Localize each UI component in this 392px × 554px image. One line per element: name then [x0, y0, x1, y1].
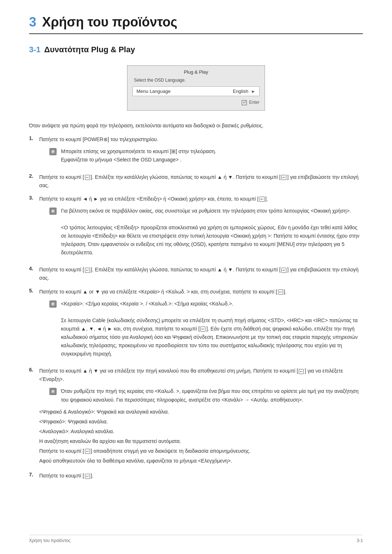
intro-text: Όταν ανάψετε για πρώτη φορά την τηλεόρασ… [29, 122, 363, 130]
btn-icon-5: ↩ [278, 290, 283, 295]
osd-menu-label: Menu Language [136, 89, 233, 94]
step-6-note-text: Όταν ρυθμίζετε την πηγή της κεραίας στο … [61, 387, 363, 404]
step-5-content: Πατήστε το κουμπί ▲ or ▼ για να επιλέξετ… [39, 288, 363, 362]
btn-icon-3: ↩ [260, 197, 265, 202]
step-3-content: Πατήστε το κουμπί ◄ ή ► για να επιλέξετε… [39, 195, 363, 261]
step-7-content: Πατήστε το κουμπί [↩]. [39, 472, 363, 480]
step-5-text: Πατήστε το κουμπί ▲ or ▼ για να επιλέξετ… [39, 289, 286, 295]
osd-footer: ⏎ Enter [132, 100, 260, 105]
step-4: 4. Πατήστε το κουμπί [↩]. Επιλέξτε την κ… [29, 266, 363, 282]
steps-list: 1. Πατήστε το κουμπί [POWER⊛] του τηλεχε… [29, 135, 363, 480]
note-icon-5 [49, 300, 57, 308]
sub-item-3: <Αναλογικό>: Αναλογικά κανάλια. [39, 427, 363, 436]
step-1-content: Πατήστε το κουμπί [POWER⊛] του τηλεχειρι… [39, 135, 363, 168]
btn-icon-2: ↩ [281, 175, 286, 180]
step-7-text: Πατήστε το κουμπί [↩]. [39, 473, 94, 479]
footer-right: 3-1 [357, 538, 363, 543]
step-1: 1. Πατήστε το κουμπί [POWER⊛] του τηλεχε… [29, 135, 363, 168]
step-5-note: <Κεραία>: <Σήμα κεραίας <Κεραία >. / <Κα… [49, 300, 363, 358]
page-header: 3Χρήση του προϊόντος [29, 15, 363, 34]
btn-icon-6: ↩ [299, 369, 304, 374]
btn-icon: ↩ [85, 175, 90, 180]
step-3-number: 3. [29, 195, 39, 261]
step-6-note: Όταν ρυθμίζετε την πηγή της κεραίας στο … [49, 387, 363, 404]
osd-dialog-title: Plug & Play [132, 69, 260, 75]
step-5: 5. Πατήστε το κουμπί ▲ or ▼ για να επιλέ… [29, 288, 363, 362]
sub-item-1: <Ψηφιακό & Αναλογικό>: Ψηφιακά και αναλο… [39, 408, 363, 416]
btn-icon-7: ↩ [85, 474, 90, 479]
step-2-number: 2. [29, 173, 39, 190]
footer-left: Χρήση του προϊόντος [29, 538, 70, 543]
step-6-text: Πατήστε το κουμπί ▲ ή ▼ για να επιλέξετε… [39, 368, 343, 382]
osd-select-label: Select the OSD Language. [132, 78, 260, 83]
chapter-number: 3 [29, 15, 36, 29]
osd-menu-value: English [233, 89, 248, 94]
osd-arrow-icon: ► [251, 89, 256, 94]
osd-menu-row: Menu Language English ► [132, 86, 260, 96]
note-icon [49, 148, 57, 155]
step-6-sub-list: <Ψηφιακό & Αναλογικό>: Ψηφιακά και αναλο… [39, 408, 363, 465]
step-6-number: 6. [29, 367, 39, 467]
section-number: 3-1 [29, 45, 41, 54]
step-4-content: Πατήστε το κουμπί [↩]. Επιλέξτε την κατά… [39, 266, 363, 282]
enter-icon: ⏎ [242, 100, 247, 105]
sub-item-6: Αφού αποθηκευτούν όλα τα διαθέσιμα κανάλ… [39, 457, 363, 465]
step-3-note: Για βέλτιστη εικόνα σε περιβάλλον οικίας… [49, 207, 363, 257]
osd-dialog: Plug & Play Select the OSD Language. Men… [127, 65, 265, 111]
step-7-number: 7. [29, 472, 39, 480]
btn-icon-4: ↩ [85, 268, 90, 273]
sub-item-4: Η αναζήτηση καναλιών θα αρχίσει και θα τ… [39, 437, 363, 446]
step-2-text: Πατήστε το κουμπί [↩]. Επιλέξτε την κατά… [39, 174, 359, 188]
osd-enter-label: Enter [249, 100, 260, 105]
step-3-note-text: Για βέλτιστη εικόνα σε περιβάλλον οικίας… [61, 207, 363, 257]
step-6: 6. Πατήστε το κουμπί ▲ ή ▼ για να επιλέξ… [29, 367, 363, 467]
note-icon-6 [49, 388, 57, 395]
step-1-note: Μπορείτε επίσης να χρησιμοποιήσετε το κο… [49, 147, 363, 164]
page-footer: Χρήση του προϊόντος 3-1 [29, 535, 363, 543]
step-4-number: 4. [29, 266, 39, 282]
section-title: 3-1Δυνατότητα Plug & Play [29, 45, 363, 54]
step-5-note-text: <Κεραία>: <Σήμα κεραίας <Κεραία >. / <Κα… [61, 300, 363, 358]
step-2: 2. Πατήστε το κουμπί [↩]. Επιλέξτε την κ… [29, 173, 363, 190]
step-7: 7. Πατήστε το κουμπί [↩]. [29, 472, 363, 480]
step-2-content: Πατήστε το κουμπί [↩]. Επιλέξτε την κατά… [39, 173, 363, 190]
step-1-number: 1. [29, 135, 39, 168]
sub-item-2: <Ψηφιακό>: Ψηφιακά κανάλια. [39, 418, 363, 426]
page-title: 3Χρήση του προϊόντος [29, 15, 363, 30]
btn-icon-5b: ↩ [200, 327, 205, 332]
sub-item-5: Πατήστε το κουμπί [↩] οποιαδήποτε στιγμή… [39, 447, 363, 455]
step-3: 3. Πατήστε το κουμπί ◄ ή ► για να επιλέξ… [29, 195, 363, 261]
btn-icon-6b: ↩ [85, 449, 90, 454]
btn-icon-4b: ↩ [281, 268, 286, 273]
step-4-text: Πατήστε το κουμπί [↩]. Επιλέξτε την κατά… [39, 267, 359, 281]
step-5-number: 5. [29, 288, 39, 362]
note-icon-3 [49, 208, 57, 215]
step-6-content: Πατήστε το κουμπί ▲ ή ▼ για να επιλέξετε… [39, 367, 363, 467]
step-1-note-text: Μπορείτε επίσης να χρησιμοποιήσετε το κο… [61, 147, 363, 164]
step-3-text: Πατήστε το κουμπί ◄ ή ► για να επιλέξετε… [39, 196, 268, 202]
step-1-text: Πατήστε το κουμπί [POWER⊛] του τηλεχειρι… [39, 136, 158, 142]
